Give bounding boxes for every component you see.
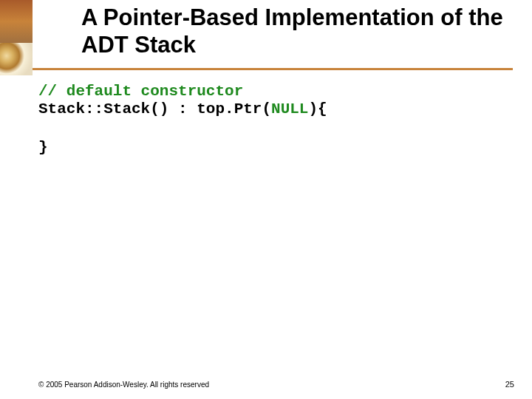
slide: A Pointer-Based Implementation of the AD… (0, 0, 532, 399)
code-body: // default constructor Stack::Stack() : … (38, 83, 511, 157)
code-constructor-line: Stack::Stack() : top.Ptr(NULL){ (38, 100, 511, 118)
code-post: ){ (308, 100, 327, 117)
title-underline (33, 68, 513, 70)
title-block: A Pointer-Based Implementation of the AD… (81, 4, 517, 58)
stripe-orange-block (0, 0, 33, 43)
code-close-brace: } (38, 139, 511, 157)
code-pre: Stack::Stack() : top.Ptr( (38, 100, 271, 117)
stripe-texture-block (0, 43, 33, 75)
footer-copyright: © 2005 Pearson Addison-Wesley. All right… (38, 381, 209, 389)
footer-page-number: 25 (505, 380, 514, 389)
left-decorative-stripe (0, 0, 33, 399)
comment-text: // default constructor (38, 83, 243, 100)
code-comment: // default constructor (38, 83, 511, 100)
slide-title: A Pointer-Based Implementation of the AD… (81, 4, 517, 58)
code-null: NULL (271, 100, 308, 117)
